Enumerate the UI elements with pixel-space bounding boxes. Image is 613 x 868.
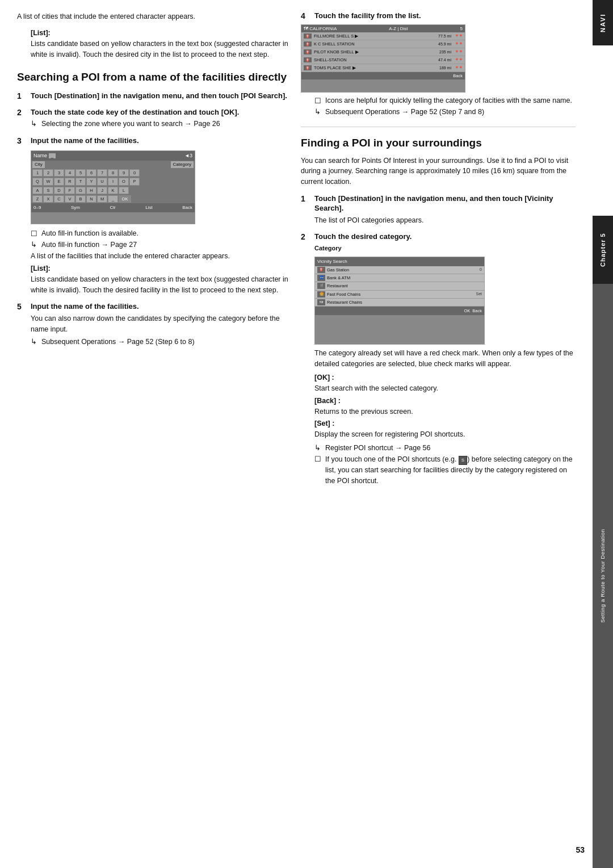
vicinity-row-0[interactable]: ⛽ Gas Station 0 (315, 266, 484, 274)
page-container: A list of cities that include the entere… (0, 0, 613, 868)
facility-dist-3: 47.4 mi (438, 58, 451, 62)
keyboard-row-3: ASDFGHJKL (31, 186, 195, 195)
vicinity-num-0: 0 (480, 267, 482, 273)
list-label-2: [List]: (31, 265, 51, 272)
vicinity-name-1: Bank & ATM (327, 275, 350, 281)
set-label-text: [Set] : (314, 418, 576, 429)
category-note-0: The category already set will have a red… (314, 348, 576, 370)
keyboard-09[interactable]: 0–9 (33, 204, 41, 211)
step-3-title: Input the name of the facilities. (31, 136, 139, 146)
finding-step-1-num: 1 (301, 194, 311, 203)
keyboard-name-label: Name _ (33, 152, 56, 160)
finding-note-2: ☐ If you touch one of the POI shortcuts … (314, 454, 576, 487)
keyboard-list[interactable]: List (145, 204, 152, 211)
keyboard-category: Category (171, 161, 194, 168)
intro-text: A list of cities that include the entere… (17, 11, 289, 22)
step-2-num: 2 (17, 108, 27, 117)
finding-intro: You can search for Points Of Interest in… (301, 156, 576, 187)
facility-name-3: SHELL-STATION (314, 57, 347, 62)
keyboard-row-2: QWERTYUIOP (31, 177, 195, 186)
facility-dist-1: 45.9 mi (438, 42, 451, 46)
list-desc-2: Lists candidate based on yellow characte… (31, 274, 289, 296)
step-1: 1 Touch [Destination] in the navigation … (17, 91, 289, 101)
finding-step-1: 1 Touch [Destination] in the navigation … (301, 194, 576, 226)
facility-row-2[interactable]: ⛽ PILOT KNOB SHELL ▶ 235 mi 📍📍 (301, 48, 465, 56)
vicinity-icon-3: 🍔 (317, 291, 325, 297)
left-col: A list of cities that include the entere… (17, 11, 289, 857)
set-desc: Display the screen for registering POI s… (314, 429, 576, 440)
step4-arrow-1: ↳ Subsequent Operations → Page 52 (Step … (314, 107, 576, 118)
facility-icon-0: ⛽ (304, 33, 312, 39)
step-2-title: Touch the state code key of the destinat… (31, 108, 239, 118)
facility-header-icons: A-Z | Dist (389, 26, 408, 31)
vicinity-row-3[interactable]: 🍔 Fast Food Chains Set (315, 291, 484, 299)
step-5: 5 Input the name of the facilities. You … (17, 302, 289, 347)
finding-section-heading: Finding a POI in your surroundings (301, 136, 576, 150)
facility-row-3[interactable]: ⛽ SHELL-STATION 47.4 mi 📍📍 (301, 56, 465, 64)
keyboard-back[interactable]: Back (182, 204, 192, 211)
facility-icon-3: ⛽ (304, 57, 312, 62)
step-1-title: Touch [Destination] in the navigation me… (31, 91, 287, 101)
step-5-title: Input the name of the facilities. (31, 302, 139, 312)
facility-header-num: 5 (460, 26, 463, 31)
vicinity-row-1[interactable]: 🏧 Bank & ATM (315, 274, 484, 282)
vicinity-row-4[interactable]: 🍽 Restaurant Chains (315, 299, 484, 307)
facility-name-4: TOMS PLACE SHE ▶ (314, 65, 356, 70)
list-label: [List]: (31, 29, 51, 37)
facility-header: 🗺 CALIFORNIA A-Z | Dist 5 (301, 25, 465, 32)
intro-list-section: [List]: Lists candidate based on yellow … (17, 28, 289, 60)
step-3: 3 Input the name of the facilities. Name… (17, 136, 289, 296)
section-divider (301, 127, 576, 127)
facility-row-4[interactable]: ⛽ TOMS PLACE SHE ▶ 189 mi 📍📍 (301, 64, 465, 72)
main-content: A list of cities that include the entere… (0, 0, 593, 868)
vicinity-name-0: Gas Station (327, 267, 349, 273)
finding-arrow-1: ↳ Register POI shortcut → Page 56 (314, 443, 576, 454)
back-desc: Returns to the previous screen. (314, 406, 576, 417)
step-5-num: 5 (17, 302, 27, 311)
right-col: 4 Touch the facility from the list. 🗺 CA… (301, 11, 576, 857)
keyboard-top-bar: Name _ ◄3 (31, 151, 195, 161)
step4-note-1: ☐ Icons are helpful for quickly telling … (314, 96, 576, 107)
vicinity-num-3: Set (476, 291, 482, 297)
step-1-num: 1 (17, 91, 27, 100)
keyboard-row-1: 1234567890 (31, 169, 195, 177)
facility-icon-4: ⛽ (304, 65, 312, 70)
facility-back[interactable]: Back (301, 72, 465, 79)
finding-step-2-num: 2 (301, 232, 311, 241)
step-5-desc: You can also narrow down the candidates … (31, 313, 289, 335)
vicinity-ok[interactable]: OK (464, 308, 470, 314)
ok-label-text: [OK] : (314, 372, 576, 383)
facility-row-0[interactable]: ⛽ FILLMORE SHELL S ▶ 77.5 mi 📍📍 (301, 32, 465, 40)
facility-name-1: K C SHELL STATION (314, 41, 355, 47)
poi-shortcut-icon: S (459, 456, 467, 465)
vicinity-mockup: Vicinity Search ⛽ Gas Station 0 🏧 Bank &… (314, 257, 485, 345)
section-heading-searching: Searching a POI from a name of the facil… (17, 70, 289, 84)
vicinity-icon-4: 🍽 (317, 299, 325, 305)
facility-dist-0: 77.5 mi (438, 34, 451, 38)
finding-step-2-title: Touch the desired category. (314, 232, 412, 242)
back-label-text: [Back] : (314, 396, 576, 406)
keyboard-mockup: Name _ ◄3 City Category 1234567890 (31, 150, 195, 224)
step-4-num: 4 (301, 11, 311, 20)
step-2-arrow: ↳ Selecting the zone where you want to s… (31, 119, 289, 129)
vicinity-icon-0: ⛽ (317, 267, 325, 273)
keyboard-sym[interactable]: Sym (71, 204, 80, 211)
right-tabs: NAVI Chapter 5 Setting a Route to Your D… (593, 0, 613, 868)
step-4: 4 Touch the facility from the list. 🗺 CA… (301, 11, 576, 118)
facility-dist-2: 235 mi (439, 50, 451, 54)
ok-desc: Start search with the selected category. (314, 383, 576, 394)
vicinity-icon-1: 🏧 (317, 275, 325, 281)
step3-arrow-1: ↳ Auto fill-in function → Page 27 (31, 240, 289, 250)
step3-note-1: ☐ Auto fill-in function is available. (31, 229, 289, 240)
vicinity-back[interactable]: Back (472, 308, 482, 314)
keyboard-clr[interactable]: Clr (110, 204, 115, 211)
keyboard-backspace: ◄3 (184, 152, 192, 160)
facility-row-1[interactable]: ⛽ K C SHELL STATION 45.9 mi 📍📍 (301, 40, 465, 48)
facility-icon-2: ⛽ (304, 49, 312, 54)
keyboard-row-4: ZXCVBNM_OK (31, 195, 195, 203)
facility-dist-4: 189 mi (439, 66, 451, 70)
tab-chapter5: Chapter 5 (593, 216, 613, 284)
vicinity-row-2[interactable]: 🍴 Restaurant (315, 282, 484, 290)
keyboard-bottom-bar: 0–9 Sym Clr List Back (31, 203, 195, 212)
step-4-title: Touch the facility from the list. (314, 11, 421, 21)
